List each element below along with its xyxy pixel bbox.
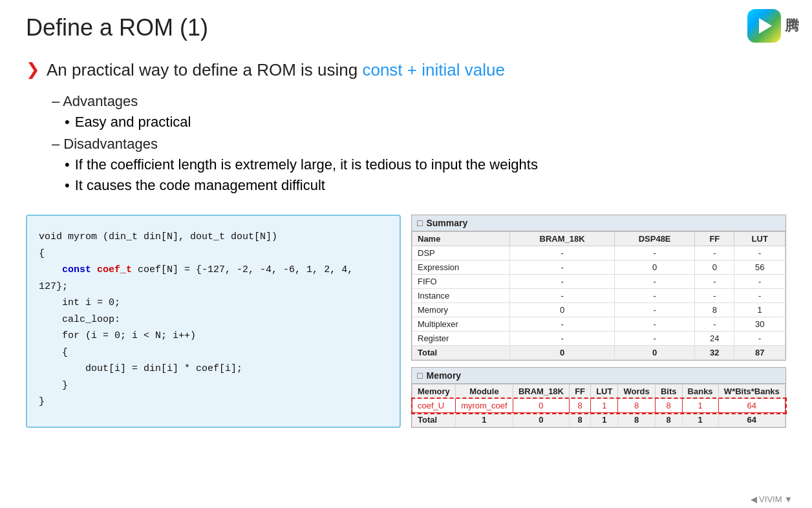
code-line-4: int i = 0; [39, 295, 388, 312]
summary-table-row: Expression-0056 [412, 260, 785, 275]
code-line-8: dout[i] = din[i] * coef[i]; [39, 361, 388, 377]
code-line-7: { [39, 344, 388, 361]
mem-col-words: Words [618, 385, 655, 399]
main-bullet: ❯ An practical way to define a ROM is us… [26, 58, 786, 81]
mem-col-lut: LUT [591, 385, 618, 399]
summary-table-title: Summary [426, 218, 467, 228]
code-line-1: void myrom (din_t din[N], dout_t dout[N]… [39, 229, 388, 246]
logo-area: 腾 [747, 9, 799, 43]
summary-table-row: Register--24- [412, 332, 785, 346]
summary-table-row: Multiplexer---30 [412, 317, 785, 332]
memory-table-row: Total108188164 [412, 413, 785, 427]
code-line-5: calc_loop: [39, 312, 388, 328]
memory-table-header-row: Memory Module BRAM_18K FF LUT Words Bits… [412, 385, 785, 399]
code-box: void myrom (din_t din[N], dout_t dout[N]… [26, 215, 401, 428]
red-arrow-icon: ❯ [26, 59, 40, 79]
summary-table-header: □ Summary [412, 215, 785, 231]
summary-table-row: Memory0-81 [412, 303, 785, 317]
advantage-item-1-text: Easy and practical [75, 114, 191, 131]
mem-col-wbitsbanks: W*Bits*Banks [718, 385, 785, 399]
mem-col-module: Module [456, 385, 513, 399]
summary-table: Name BRAM_18K DSP48E FF LUT DSP----Expre… [412, 231, 785, 360]
memory-table-container: □ Memory Memory Module BRAM_18K FF LUT W… [411, 367, 786, 428]
mem-col-ff: FF [570, 385, 591, 399]
code-line-3: const coef_t coef[N] = {-127, -2, -4, -6… [39, 262, 388, 295]
mem-col-memory: Memory [412, 385, 456, 399]
mem-col-banks: Banks [682, 385, 718, 399]
summary-table-container: □ Summary Name BRAM_18K DSP48E FF LUT DS… [411, 215, 786, 361]
main-bullet-text: An practical way to define a ROM is usin… [47, 58, 505, 81]
bottom-area: void myrom (din_t din[N], dout_t dout[N]… [0, 215, 812, 428]
summary-col-lut: LUT [734, 232, 785, 246]
tables-area: □ Summary Name BRAM_18K DSP48E FF LUT DS… [411, 215, 786, 428]
main-bullet-highlight: const + initial value [362, 60, 504, 79]
page-title: Define a ROM (1) [0, 0, 812, 52]
summary-col-name: Name [412, 232, 510, 246]
memory-table-header: □ Memory [412, 368, 785, 384]
disadvantage-item-2-text: It causes the code management difficult [75, 177, 325, 194]
disadvantages-section: – Disadvantages If the coefficient lengt… [45, 136, 786, 194]
summary-col-ff: FF [695, 232, 734, 246]
main-bullet-plain-text: An practical way to define a ROM is usin… [47, 60, 362, 79]
summary-table-row: Instance---- [412, 289, 785, 303]
summary-table-row: DSP---- [412, 246, 785, 260]
disadvantages-label: – Disadvantages [52, 136, 786, 153]
code-line-9: } [39, 377, 388, 394]
code-line-6: for (i = 0; i < N; i++) [39, 328, 388, 344]
advantage-item-1: Easy and practical [65, 114, 786, 131]
summary-table-header-row: Name BRAM_18K DSP48E FF LUT [412, 232, 785, 246]
play-triangle-icon [759, 18, 772, 34]
content-area: ❯ An practical way to define a ROM is us… [0, 52, 812, 206]
disadvantage-item-2: It causes the code management difficult [65, 177, 786, 194]
disadvantage-item-1-text: If the coefficient length is extremely l… [75, 156, 538, 173]
mem-col-bram: BRAM_18K [513, 385, 569, 399]
tencent-brand-logo: 腾 [785, 16, 799, 36]
memory-table-title: Memory [426, 370, 461, 381]
summary-col-bram: BRAM_18K [510, 232, 615, 246]
memory-collapse-icon[interactable]: □ [417, 370, 422, 381]
memory-table: Memory Module BRAM_18K FF LUT Words Bits… [412, 384, 785, 427]
memory-table-row: coef_Umyrom_coef08188164 [412, 399, 785, 413]
mem-col-bits: Bits [655, 385, 682, 399]
summary-col-dsp: DSP48E [614, 232, 694, 246]
code-line-2: { [39, 246, 388, 262]
advantages-label: – Advantages [52, 93, 786, 110]
tencent-play-icon [747, 9, 781, 43]
advantages-section: – Advantages Easy and practical [45, 93, 786, 131]
watermark: ◀ VIVIM ▼ [751, 494, 793, 504]
disadvantage-item-1: If the coefficient length is extremely l… [65, 156, 786, 173]
summary-table-row: Total003287 [412, 346, 785, 360]
code-line-10: } [39, 394, 388, 410]
summary-collapse-icon[interactable]: □ [417, 218, 422, 228]
summary-table-row: FIFO---- [412, 275, 785, 289]
